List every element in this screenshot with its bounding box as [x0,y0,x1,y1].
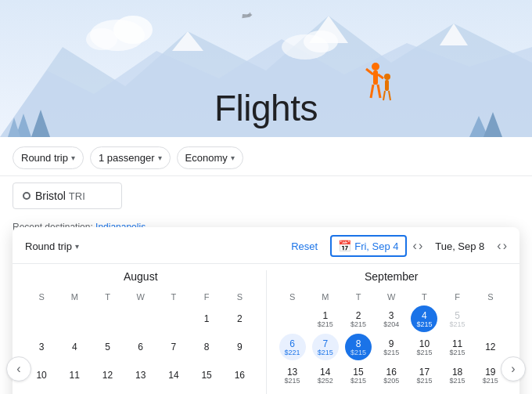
day-cell[interactable]: 10 [28,362,55,389]
day-cell[interactable] [477,305,504,332]
day-cell[interactable] [95,305,121,332]
page-title: Flights [0,87,532,129]
weekday-tue: T [91,289,124,305]
sep-11[interactable]: 11$215 [444,334,471,360]
weekday-wed: W [124,289,157,305]
search-options-bar: Round trip ▾ 1 passenger ▾ Economy ▾ [0,137,532,176]
day-cell[interactable]: 6 [128,334,154,360]
table-row: 20$215 21$215 22$215 23$215 24$215 25$21… [276,389,508,394]
date-nav[interactable]: ‹ › [413,239,423,253]
day-cell[interactable]: 3 [28,334,55,360]
calendar-trip-type[interactable]: Round trip ▾ [25,240,79,252]
day-cell[interactable]: 23 [226,390,253,394]
trip-type-select[interactable]: Round trip ▾ [13,146,84,169]
sep-3[interactable]: 3$204 [378,305,404,332]
calendar-overlay: Round trip ▾ Reset 📅 Fri, Sep 4 ‹ › Tue,… [13,227,519,394]
weekday-fri: F [190,289,223,305]
sep-15[interactable]: 15$215 [345,362,372,389]
date2-display[interactable]: Tue, Sep 8 [429,237,491,255]
passengers-select[interactable]: 1 passenger ▾ [90,146,171,169]
september-grid: S M T W T F S 1$215 2$215 [276,289,508,394]
sep-weekday-mon: M [309,289,342,305]
reset-button[interactable]: Reset [291,240,318,252]
origin-text: Bristol TRI [35,190,85,202]
class-arrow: ▾ [231,154,235,162]
day-cell[interactable]: 5 [95,334,121,360]
sep-18[interactable]: 18$215 [444,362,471,389]
calendar-header: Round trip ▾ Reset 📅 Fri, Sep 4 ‹ › Tue,… [13,227,519,264]
sep-9[interactable]: 9$215 [378,334,404,360]
day-cell[interactable] [61,305,88,332]
sep-weekday-sun: S [276,289,309,305]
day-cell[interactable]: 21$208 [160,390,187,394]
day-cell[interactable]: 22$218 [193,390,220,394]
sep-24[interactable]: 24$215 [411,390,437,394]
day-cell[interactable]: 19 [95,390,121,394]
prev-date2-icon[interactable]: ‹ [497,239,501,253]
sep-4-selected[interactable]: 4$215 [411,305,437,332]
origin-field[interactable]: Bristol TRI [13,183,122,209]
svg-point-17 [86,28,117,50]
class-select[interactable]: Economy ▾ [177,146,243,169]
sep-2[interactable]: 2$215 [345,305,372,332]
day-cell[interactable]: 18 [61,390,88,394]
sep-7[interactable]: 7$215 [312,334,339,360]
next-date-icon[interactable]: › [419,239,422,253]
prev-month-button[interactable]: ‹ [6,356,31,381]
day-cell[interactable]: 8 [193,334,220,360]
sep-14[interactable]: 14$252 [312,362,339,389]
class-label: Economy [185,152,228,164]
sep-5[interactable]: 5$215 [444,305,471,332]
day-cell[interactable] [160,305,187,332]
day-cell[interactable]: 12 [95,362,121,389]
day-cell[interactable]: 13 [128,362,154,389]
main-content: Round trip ▾ 1 passenger ▾ Economy ▾ Bri… [0,137,532,394]
search-row: Bristol TRI [0,176,532,215]
day-cell[interactable]: 20$178 [128,390,154,394]
calendar-trip-arrow: ▾ [75,242,79,251]
date1-input[interactable]: 📅 Fri, Sep 4 [330,235,406,257]
day-cell[interactable]: 11 [61,362,88,389]
date2-nav[interactable]: ‹ › [497,239,507,253]
trip-type-arrow: ▾ [71,154,75,162]
sep-1[interactable]: 1$215 [312,305,339,332]
day-cell[interactable]: 15 [193,362,220,389]
sep-weekday-tue: T [342,289,375,305]
sep-17[interactable]: 17$215 [411,362,437,389]
day-cell[interactable]: 17 [28,390,55,394]
sep-25[interactable]: 25$215 [444,390,471,394]
day-cell[interactable] [279,305,306,332]
day-cell[interactable]: 4 [61,334,88,360]
calendars-container: ‹ August S M T W T F S [13,264,519,394]
day-cell[interactable] [28,305,55,332]
sep-6[interactable]: 6$221 [279,334,306,360]
sep-12[interactable]: 12 [477,334,504,360]
day-cell[interactable]: 9 [226,334,253,360]
next-month-button[interactable]: › [501,356,526,381]
sep-26[interactable]: 26$215 [477,390,504,394]
sep-13[interactable]: 13$215 [279,362,306,389]
sep-23[interactable]: 23$215 [378,390,404,394]
sep-weekday-thu: T [408,289,440,305]
calendar-separator [266,270,267,394]
day-cell[interactable]: 2 [226,305,253,332]
day-cell[interactable]: 14 [160,362,187,389]
sep-21[interactable]: 21$215 [312,390,339,394]
trip-type-label: Round trip [21,152,68,164]
day-cell[interactable] [128,305,154,332]
sep-22[interactable]: 22$215 [345,390,372,394]
sep-19[interactable]: 19$215 [477,362,504,389]
day-cell[interactable]: 1 [193,305,220,332]
sep-20[interactable]: 20$215 [279,390,306,394]
sep-weekday-fri: F [441,289,474,305]
svg-point-19 [304,31,338,52]
sep-8-today[interactable]: 8$215 [345,334,372,360]
sep-10[interactable]: 10$215 [411,334,437,360]
svg-point-11 [372,63,379,70]
next-date2-icon[interactable]: › [503,239,507,253]
sep-16[interactable]: 16$205 [378,362,404,389]
day-cell[interactable]: 16 [226,362,253,389]
passengers-label: 1 passenger [99,152,155,164]
prev-date-icon[interactable]: ‹ [413,239,417,253]
day-cell[interactable]: 7 [160,334,187,360]
